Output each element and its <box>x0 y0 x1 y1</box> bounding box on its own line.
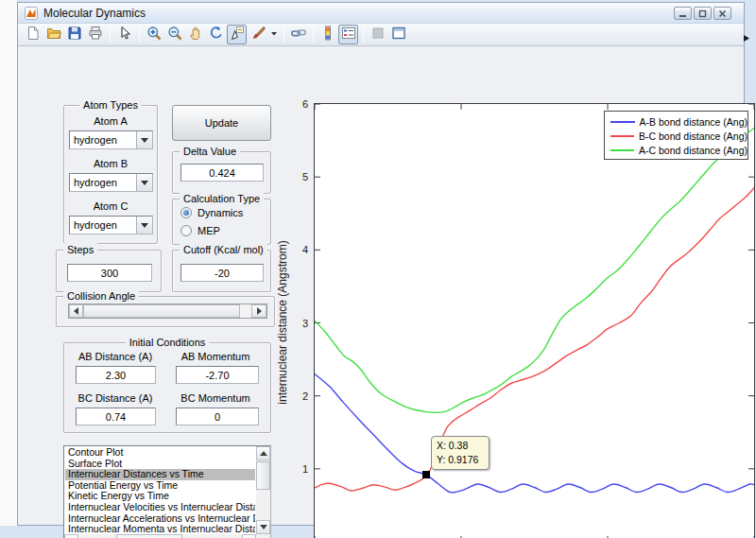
toolbar-save-button[interactable] <box>64 25 84 44</box>
toolbar-link-plot-button[interactable] <box>288 25 308 44</box>
vertical-scroll-thumb[interactable] <box>256 461 270 490</box>
steps-field[interactable] <box>67 264 152 282</box>
bc-momentum-field[interactable] <box>176 408 259 425</box>
cutoff-label: Cutoff (Kcal/ mol) <box>180 243 267 257</box>
atom-a-dropdown[interactable]: hydrogen <box>69 130 153 149</box>
delta-value-groupbox: Delta Value <box>172 151 271 194</box>
open-file-icon <box>46 26 61 44</box>
plot-type-listbox[interactable]: Contour PlotSurface PlotInternuclear Dis… <box>63 445 271 538</box>
data-cursor-tooltip[interactable]: X: 0.38 Y: 0.9176 <box>431 436 490 470</box>
calculation-type-label: Calculation Type <box>180 192 264 206</box>
title-bar[interactable]: Molecular Dynamics <box>18 3 744 24</box>
arrow-cursor-icon <box>117 26 132 44</box>
collision-angle-slider[interactable] <box>68 304 267 319</box>
datatip-x-value: X: 0.38 <box>437 439 489 453</box>
toolbar-data-cursor-button[interactable] <box>227 25 247 44</box>
series-line-a-c-bond-distance-ang- <box>315 129 754 413</box>
atom-types-groupbox: Atom Types Atom A hydrogen Atom B hydrog… <box>63 105 158 244</box>
series-line-a-b-bond-distance-ang- <box>315 374 754 493</box>
bc-distance-field[interactable] <box>76 408 156 425</box>
scroll-left-button[interactable] <box>64 534 78 538</box>
scroll-up-button[interactable] <box>256 446 270 460</box>
restore-button[interactable] <box>694 7 712 20</box>
insert-colorbar-icon <box>320 26 335 44</box>
legend-label: A-C bond distance (Ang) <box>639 145 747 156</box>
ab-momentum-field[interactable] <box>176 366 259 384</box>
chevron-down-icon[interactable] <box>136 131 152 148</box>
print-icon <box>88 26 103 44</box>
toolbar-dropdown-caret-button[interactable] <box>268 25 279 44</box>
delta-value-field[interactable] <box>180 164 264 182</box>
arrow-left-icon <box>70 307 78 315</box>
legend-label: A-B bond distance (Ang) <box>640 116 747 128</box>
atom-c-dropdown[interactable]: hydrogen <box>69 216 153 234</box>
toolbar-zoom-in-button[interactable] <box>144 25 163 44</box>
data-cursor-icon <box>230 26 245 44</box>
scrollbar-corner <box>256 534 270 538</box>
toolbar-open-file-button[interactable] <box>43 25 63 44</box>
y-tick-label: 5 <box>280 171 308 182</box>
chevron-down-icon[interactable] <box>136 217 152 234</box>
datatip-y-value: Y: 0.9176 <box>437 453 489 467</box>
y-tick-label: 1 <box>280 463 308 475</box>
radio-mep-label: MEP <box>198 225 220 236</box>
scroll-right-button[interactable] <box>242 534 256 538</box>
legend-line-sample <box>610 135 634 137</box>
plot-legend[interactable]: A-B bond distance (Ang)B-C bond distance… <box>604 111 748 160</box>
ab-distance-label: AB Distance (A) <box>78 351 152 362</box>
slider-thumb[interactable] <box>83 304 240 318</box>
ab-distance-field[interactable] <box>76 366 156 384</box>
save-icon <box>67 26 82 44</box>
toolbar-brush-button[interactable] <box>248 25 267 44</box>
list-item[interactable]: Internuclear Momenta vs Internuclear Dis… <box>65 524 255 533</box>
update-button[interactable]: Update <box>172 105 271 141</box>
initial-conditions-label: Initial Conditions <box>126 336 210 350</box>
vertical-scrollbar[interactable] <box>256 446 270 534</box>
slider-left-arrow[interactable] <box>69 304 83 318</box>
calculation-type-groupbox: Calculation Type Dynamics MEP <box>172 199 271 245</box>
dropdown-caret-icon <box>266 26 282 44</box>
horizontal-scroll-thumb[interactable] <box>116 534 182 538</box>
toolbar-dock-figure-button[interactable] <box>388 25 408 44</box>
legend-entry: A-C bond distance (Ang) <box>605 143 747 157</box>
toolbar-zoom-out-button[interactable] <box>164 25 184 44</box>
cutoff-groupbox: Cutoff (Kcal/ mol) <box>172 250 271 292</box>
toolbar-overflow-icon[interactable] <box>743 29 751 46</box>
close-button[interactable] <box>713 7 731 20</box>
toolbar-print-button[interactable] <box>85 25 105 44</box>
minimize-button[interactable] <box>674 7 692 20</box>
atom-b-label: Atom B <box>94 158 128 169</box>
chevron-down-icon[interactable] <box>136 174 152 191</box>
rotate-3d-icon <box>209 26 224 44</box>
matlab-logo-icon <box>25 7 38 20</box>
radio-mep[interactable]: MEP <box>180 225 220 236</box>
toolbar-insert-colorbar-button[interactable] <box>318 25 337 44</box>
toolbar-new-document-button[interactable] <box>23 25 43 44</box>
toolbar-insert-legend-button[interactable] <box>338 25 358 44</box>
atom-b-dropdown[interactable]: hydrogen <box>69 173 153 192</box>
close-icon <box>718 9 727 18</box>
radio-dynamics[interactable]: Dynamics <box>180 207 243 218</box>
toolbar-arrow-cursor-button[interactable] <box>114 25 134 44</box>
plot-axes[interactable] <box>314 103 755 538</box>
slider-right-arrow[interactable] <box>251 304 266 318</box>
brush-icon <box>250 26 266 44</box>
toolbar-rotate-3d-button[interactable] <box>206 25 226 44</box>
cutoff-field[interactable] <box>180 264 264 282</box>
disabled-square-icon <box>370 26 386 44</box>
toolbar <box>18 24 744 46</box>
list-item[interactable]: Internuclear Velocities vs Internuclear … <box>65 502 255 513</box>
list-item[interactable]: Contour Plot <box>65 447 255 459</box>
atom-types-label: Atom Types <box>79 98 142 113</box>
bc-momentum-label: BC Momentum <box>180 392 249 404</box>
zoom-in-icon <box>146 26 162 44</box>
scroll-down-button[interactable] <box>256 520 270 534</box>
data-cursor-marker[interactable] <box>422 471 430 478</box>
ab-momentum-label: AB Momentum <box>181 351 250 362</box>
horizontal-scrollbar[interactable] <box>64 534 256 538</box>
series-line-b-c-bond-distance-ang- <box>315 188 754 491</box>
collision-angle-label: Collision Angle <box>63 289 139 304</box>
toolbar-pan-button[interactable] <box>185 25 205 44</box>
insert-legend-icon <box>341 26 356 44</box>
bc-distance-label: BC Distance (A) <box>78 392 153 404</box>
